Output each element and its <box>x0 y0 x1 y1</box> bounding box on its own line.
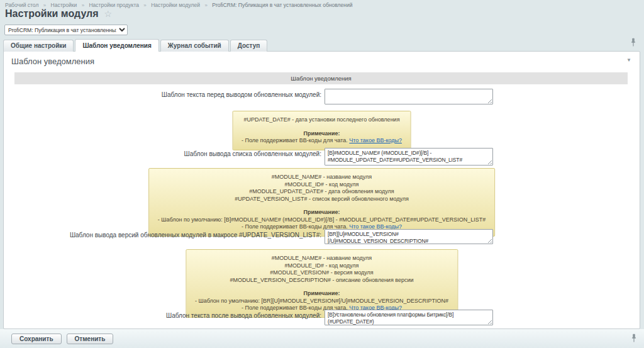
note-macro-line: #MODULE_ID# - код модуля <box>158 181 486 189</box>
note-title: Примечание: <box>242 130 402 138</box>
info-note-modules-list: #MODULE_NAME# - название модуля #MODULE_… <box>148 168 496 237</box>
page-title: Настройки модуля <box>5 8 99 20</box>
info-note-update-date: #UPDATE_DATE# - дата установки последнег… <box>232 111 411 150</box>
module-settings-page: Рабочий стол » Настройки » Настройки про… <box>0 0 644 348</box>
before-text-template-input[interactable] <box>325 89 493 104</box>
field-label-modules-list: Шаблон вывода списка обновленных модулей… <box>4 150 321 157</box>
tab-access[interactable]: Доступ <box>230 40 268 52</box>
note-title: Примечание: <box>195 290 448 298</box>
cancel-button[interactable]: Отменить <box>67 334 114 344</box>
title-row: Настройки модуля ☆ <box>5 8 112 20</box>
breadcrumb-separator-icon: » <box>143 3 146 8</box>
field-before-text-wrap <box>325 89 493 104</box>
collapse-section-icon[interactable]: ▼ <box>626 57 631 63</box>
breadcrumb-separator-icon: » <box>82 3 84 8</box>
breadcrumb-separator-icon: » <box>204 3 207 8</box>
note-macro-line: #MODULE_VERSION# - версия модуля <box>195 269 448 277</box>
breadcrumb-item-settings[interactable]: Настройки <box>51 2 77 8</box>
after-text-template-input[interactable]: [B]Установлены обновления платформы Битр… <box>325 310 493 325</box>
field-versions-wrap: [BR][U]#MODULE_VERSION#[/U]#MODULE_VERSI… <box>325 229 493 244</box>
modules-list-template-input[interactable]: [B]#MODULE_NAME# (#MODULE_ID#)[/B] - #MO… <box>325 148 493 166</box>
note-title: Примечание: <box>158 209 486 216</box>
breadcrumb: Рабочий стол » Настройки » Настройки про… <box>5 2 352 8</box>
info-note-versions: #MODULE_NAME# - название модуля #MODULE_… <box>186 249 458 318</box>
breadcrumb-item-product-settings[interactable]: Настройки продукта <box>89 2 138 8</box>
section-heading: Шаблон уведомления <box>11 57 94 66</box>
note-bb-text: - Поле поддерживает BB-коды для чата. <box>242 137 348 143</box>
note-macro-line: #MODULE_UPDATE_DATE# - дата обновления м… <box>158 188 486 196</box>
pin-icon[interactable] <box>631 38 636 49</box>
note-macro-line: #MODULE_ID# - код модуля <box>195 262 448 270</box>
note-default-line: - Шаблон по умолчанию: [BR][U]#MODULE_VE… <box>195 298 448 305</box>
favorite-star-icon[interactable]: ☆ <box>104 9 113 18</box>
note-default-line: - Шаблон по умолчанию: [B]#MODULE_NAME# … <box>158 216 486 224</box>
footer-buttons: Сохранить Отменить <box>11 334 113 344</box>
breadcrumb-item-desktop[interactable]: Рабочий стол <box>5 2 38 8</box>
tab-general-settings[interactable]: Общие настройки <box>3 40 74 52</box>
pin-icon[interactable] <box>631 334 636 345</box>
breadcrumb-item-module-settings[interactable]: Настройки модулей <box>151 2 200 8</box>
note-macro-line: #UPDATE_DATE# - дата установки последнег… <box>242 116 402 124</box>
field-label-after-text: Шаблон текста после вывода обновленных м… <box>4 312 321 319</box>
note-macro-line: #MODULE_VERSION_DESCRIPTION# - описание … <box>195 277 448 284</box>
note-macro-line: #UPDATE_VERSION_LIST# - список версий об… <box>158 196 486 203</box>
note-bb-line: - Поле поддерживает BB-коды для чата. Чт… <box>242 137 402 145</box>
settings-form-panel: Шаблон уведомления ▼ Шаблон уведомления … <box>3 51 640 329</box>
versions-template-input[interactable]: [BR][U]#MODULE_VERSION#[/U]#MODULE_VERSI… <box>325 229 493 244</box>
field-label-before-text: Шаблон текста перед выводом обновленных … <box>4 91 321 98</box>
save-button[interactable]: Сохранить <box>11 334 62 344</box>
form-section-bar: Шаблон уведомления <box>14 72 628 84</box>
breadcrumb-separator-icon: » <box>43 3 46 8</box>
field-modules-list-wrap: [B]#MODULE_NAME# (#MODULE_ID#)[/B] - #MO… <box>325 148 493 166</box>
field-label-versions: Шаблон вывода версий обновленных модулей… <box>4 232 321 239</box>
bb-codes-help-link[interactable]: Что такое BB-коды? <box>349 137 402 143</box>
breadcrumb-item-current: ProfiCRM: Публикация в чат установленных… <box>212 2 352 8</box>
tab-notification-template[interactable]: Шаблон уведомления <box>75 39 158 52</box>
field-after-text-wrap: [B]Установлены обновления платформы Битр… <box>325 310 493 325</box>
note-macro-line: #MODULE_NAME# - название модуля <box>195 255 448 262</box>
note-macro-line: #MODULE_NAME# - название модуля <box>158 174 486 181</box>
tab-bar: Общие настройки Шаблон уведомления Журна… <box>3 39 267 52</box>
module-select[interactable]: ProfiCRM: Публикация в чат установленных… <box>4 25 128 35</box>
tab-event-log[interactable]: Журнал событий <box>160 40 229 52</box>
